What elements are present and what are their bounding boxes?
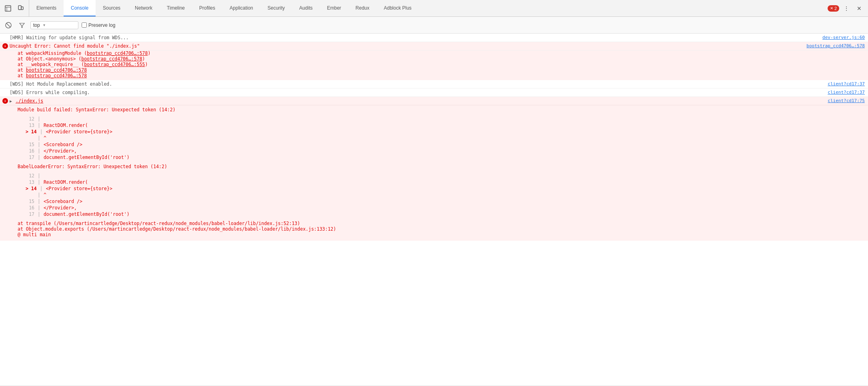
tab-network[interactable]: Network — [128, 0, 160, 16]
uncaught-error-text: Uncaught Error: Cannot find module "./in… — [10, 43, 140, 49]
console-toolbar: top ▾ Preserve log — [0, 17, 868, 34]
wds-errors-text: [WDS] Errors while compiling. — [10, 90, 90, 95]
wds-errors-source[interactable]: client?cd17:37 — [828, 90, 865, 95]
context-selector[interactable]: top ▾ — [30, 21, 78, 29]
console-row-wds-errors: [WDS] Errors while compiling. client?cd1… — [0, 88, 868, 97]
tab-sources[interactable]: Sources — [96, 0, 128, 16]
error-x-icon: ✕ — [830, 6, 833, 10]
footer-stack-1: at transpile (/Users/martincartledge/Des… — [18, 221, 865, 226]
hmr-waiting-source[interactable]: dev-server.js:60 — [822, 35, 865, 40]
code-block-2: 12 | 13 | ReactDOM.render( > 14 | <Provi… — [18, 173, 865, 217]
error-icon-2: ✕ — [2, 98, 8, 104]
svg-rect-3 — [18, 6, 21, 10]
console-output[interactable]: [HMR] Waiting for update signal from WDS… — [0, 34, 868, 386]
hmr-waiting-text: [HMR] Waiting for update signal from WDS… — [10, 35, 129, 40]
console-row-uncaught-error: ✕ Uncaught Error: Cannot find module "./… — [0, 42, 868, 80]
tab-security[interactable]: Security — [260, 0, 292, 16]
nav-tabs: Elements Console Sources Network Timelin… — [29, 0, 824, 16]
stack-line-3: at __webpack_require__ (bootstrap_ccd470… — [18, 62, 865, 67]
close-devtools-icon[interactable]: ✕ — [854, 3, 865, 14]
stack-line-5: at bootstrap_ccd4706…:578 — [18, 73, 865, 78]
module-error-source[interactable]: client?cd17:75 — [828, 98, 865, 104]
console-row-hmr-waiting: [HMR] Waiting for update signal from WDS… — [0, 34, 868, 42]
module-error-path: ./index.js — [16, 98, 43, 104]
uncaught-error-source[interactable]: bootstrap_ccd4706…:578 — [806, 43, 865, 48]
svg-rect-4 — [21, 7, 23, 10]
tab-audits[interactable]: Audits — [292, 0, 320, 16]
svg-rect-0 — [5, 6, 11, 11]
top-nav: Elements Console Sources Network Timelin… — [0, 0, 868, 17]
tab-timeline[interactable]: Timeline — [160, 0, 192, 16]
svg-marker-8 — [20, 23, 24, 28]
error-icon-1: ✕ — [2, 43, 8, 49]
stack-line-1: at webpackMissingModule (bootstrap_ccd47… — [18, 50, 865, 56]
tab-console[interactable]: Console — [64, 0, 96, 16]
filter-console-button[interactable] — [17, 20, 27, 30]
build-error-text: Module build failed: SyntaxError: Unexpe… — [18, 107, 865, 113]
error-count-badge: ✕ 2 — [828, 5, 839, 12]
clear-console-button[interactable] — [3, 20, 14, 30]
tab-application[interactable]: Application — [222, 0, 260, 16]
preserve-log-label[interactable]: Preserve log — [82, 22, 115, 28]
stack-line-2: at Object.<anonymous> (bootstrap_ccd4706… — [18, 56, 865, 62]
console-row-hmr-enabled: [WDS] Hot Module Replacement enabled. cl… — [0, 80, 868, 88]
more-options-icon[interactable]: ⋮ — [841, 3, 852, 14]
device-toggle-icon[interactable] — [15, 3, 26, 14]
expand-arrow[interactable]: ▶ — [10, 99, 12, 103]
stack-line-4: at bootstrap_ccd4706…:578 — [18, 67, 865, 73]
hmr-enabled-text: [WDS] Hot Module Replacement enabled. — [10, 81, 112, 87]
context-dropdown-arrow: ▾ — [43, 23, 45, 27]
footer-stack-2: at Object.module.exports (/Users/martinc… — [18, 226, 865, 232]
tab-elements[interactable]: Elements — [29, 0, 64, 16]
tab-redux[interactable]: Redux — [348, 0, 377, 16]
tab-ember[interactable]: Ember — [320, 0, 348, 16]
tab-profiles[interactable]: Profiles — [192, 0, 222, 16]
preserve-log-checkbox[interactable] — [82, 22, 87, 28]
nav-icon-group — [0, 0, 29, 16]
hmr-enabled-source[interactable]: client?cd17:37 — [828, 81, 865, 86]
console-row-module-error: ✕ ▶ ./index.js client?cd17:75 Module bui… — [0, 97, 868, 241]
babel-error-text: BabelLoaderError: SyntaxError: Unexpecte… — [18, 164, 865, 169]
nav-right-controls: ✕ 2 ⋮ ✕ — [824, 0, 868, 16]
context-value: top — [33, 22, 40, 28]
module-error-body: Module build failed: SyntaxError: Unexpe… — [0, 105, 868, 241]
error-count: 2 — [834, 6, 837, 11]
preserve-log-text: Preserve log — [88, 22, 115, 28]
code-block-1: 12 | 13 | ReactDOM.render( > 14 | <Provi… — [18, 116, 865, 161]
tab-adblock[interactable]: Adblock Plus — [377, 0, 419, 16]
footer-stack-3: @ multi main — [18, 232, 865, 237]
svg-line-7 — [6, 23, 10, 27]
inspect-element-icon[interactable] — [2, 3, 14, 14]
